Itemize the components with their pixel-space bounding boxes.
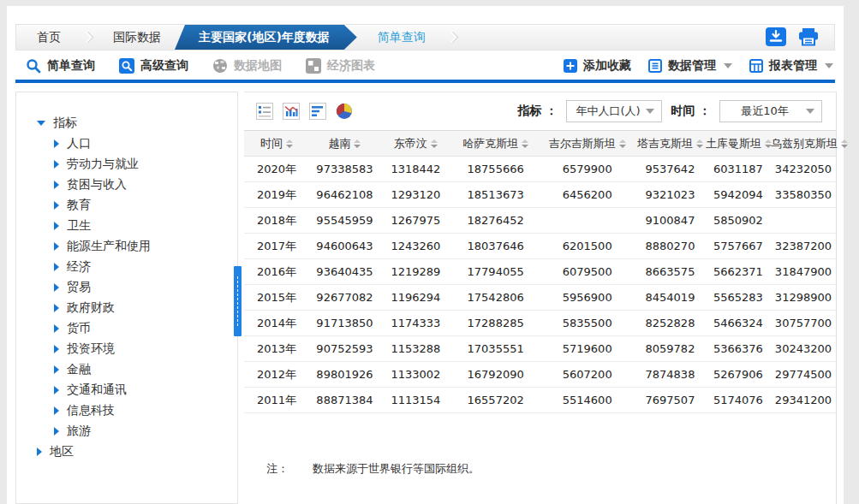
chevron-down-icon xyxy=(724,63,732,68)
sidebar-scrollbar-thumb[interactable] xyxy=(234,266,242,336)
table-cell: 5267906 xyxy=(706,362,771,388)
tree-item-人口[interactable]: 人口 xyxy=(37,133,237,154)
sort-icon[interactable] xyxy=(431,139,438,148)
table-cell: 16792090 xyxy=(451,362,540,388)
tree-item-label: 货币 xyxy=(67,321,91,336)
tree-item-信息科技[interactable]: 信息科技 xyxy=(37,400,237,421)
printer-icon[interactable] xyxy=(797,27,820,46)
toolbar-underline xyxy=(15,80,835,83)
sort-icon[interactable] xyxy=(522,139,528,148)
note-text: 数据来源于世界银行等国际组织。 xyxy=(313,461,480,477)
advanced-search-icon xyxy=(119,58,134,74)
tree-item-投资环境[interactable]: 投资环境 xyxy=(37,339,237,359)
column-chart-view-icon[interactable] xyxy=(283,103,300,120)
table-cell: 1113154 xyxy=(380,388,451,413)
search-icon xyxy=(26,58,41,74)
table-cell: 31847900 xyxy=(771,259,836,285)
column-header-4[interactable]: 哈萨克斯坦 xyxy=(451,131,540,157)
table-cell: 18037646 xyxy=(451,234,540,259)
time-select[interactable]: 最近10年 xyxy=(719,100,822,122)
column-header-3[interactable]: 东帝汶 xyxy=(380,131,451,157)
column-header-2[interactable]: 越南 xyxy=(309,131,380,157)
table-cell: 8880270 xyxy=(635,234,706,259)
toolbar-right-item-3[interactable]: 报表管理 xyxy=(749,58,833,74)
table-cell: 5366376 xyxy=(706,336,771,362)
table-cell: 2011年 xyxy=(244,388,309,413)
tree-item-劳动力与就业[interactable]: 劳动力与就业 xyxy=(37,154,237,175)
column-header-1[interactable]: 时间 xyxy=(244,131,309,157)
breadcrumb-tab-4[interactable]: 简单查询 xyxy=(357,25,446,50)
tree-item-交通和通讯[interactable]: 交通和通讯 xyxy=(37,380,237,400)
toolbar-right-item-2[interactable]: 数据管理 xyxy=(648,58,732,74)
column-header-8[interactable]: 乌兹别克斯坦 xyxy=(771,131,836,157)
table-cell: 8454019 xyxy=(635,285,706,311)
tree-item-label: 能源生产和使用 xyxy=(67,239,151,254)
table-cell: 2020年 xyxy=(244,157,309,182)
indicator-select[interactable]: 年中人口(人) xyxy=(566,100,662,122)
triangle-right-icon xyxy=(54,181,59,189)
tree-item-教育[interactable]: 教育 xyxy=(37,195,237,216)
table-cell: 5607200 xyxy=(540,362,635,388)
tree-item-能源生产和使用[interactable]: 能源生产和使用 xyxy=(37,236,237,257)
table-cell: 9321023 xyxy=(635,182,706,208)
table-cell: 1219289 xyxy=(380,259,451,285)
bar-chart-view-icon[interactable] xyxy=(309,103,326,120)
breadcrumb-tab-1[interactable]: 首页 xyxy=(16,25,81,50)
triangle-right-icon xyxy=(54,139,59,148)
sort-icon[interactable] xyxy=(354,139,361,148)
table-cell: 93640435 xyxy=(309,259,380,285)
table-cell: 1293120 xyxy=(380,182,451,208)
controls-row: 指标 ： 年中人口(人) 时间 ： 最近10年 xyxy=(244,92,836,130)
tree-item-卫生[interactable]: 卫生 xyxy=(37,216,237,236)
tree-item-政府财政[interactable]: 政府财政 xyxy=(37,298,237,318)
table-cell: 9537642 xyxy=(635,157,706,182)
sort-icon[interactable] xyxy=(619,139,626,148)
column-header-5[interactable]: 吉尔吉斯斯坦 xyxy=(540,131,635,157)
list-view-icon[interactable] xyxy=(256,103,273,120)
data-manage-icon xyxy=(648,59,662,73)
tree-item-金融[interactable]: 金融 xyxy=(37,359,237,380)
table-cell: 30757700 xyxy=(771,311,836,336)
sort-icon[interactable] xyxy=(286,139,293,148)
tree-item-贸易[interactable]: 贸易 xyxy=(37,277,237,298)
download-icon[interactable] xyxy=(766,27,786,46)
pie-chart-view-icon[interactable] xyxy=(336,103,353,120)
tree-item-label: 人口 xyxy=(67,136,91,151)
column-header-7[interactable]: 土库曼斯坦 xyxy=(706,131,771,157)
tree-section-指标[interactable]: 指标 xyxy=(37,113,237,133)
table-cell: 29774500 xyxy=(771,362,836,388)
breadcrumb-tab-3[interactable]: 主要国家(地区)年度数据 xyxy=(175,25,357,50)
table-cell: 5565283 xyxy=(706,285,771,311)
table-row: 2018年95545959126797518276452910084758509… xyxy=(244,208,836,234)
column-header-6[interactable]: 塔吉克斯坦 xyxy=(635,131,706,157)
column-header-label: 乌兹别克斯坦 xyxy=(771,137,838,150)
table-row: 2017年94600643124326018037646620150088802… xyxy=(244,234,836,259)
table-cell: 1318442 xyxy=(380,157,451,182)
table-cell: 97338583 xyxy=(309,157,380,182)
triangle-right-icon xyxy=(54,345,59,353)
chevron-down-icon xyxy=(646,109,654,114)
tree-section-地区[interactable]: 地区 xyxy=(37,442,237,462)
tree-item-贫困与收入[interactable]: 贫困与收入 xyxy=(37,175,237,195)
table-cell: 5757667 xyxy=(706,234,771,259)
filters: 指标 ： 年中人口(人) 时间 ： 最近10年 xyxy=(517,100,824,122)
tree-item-经济[interactable]: 经济 xyxy=(37,257,237,277)
table-cell: 90752593 xyxy=(309,336,380,362)
toolbar-left-item-1[interactable]: 简单查询 xyxy=(26,58,95,74)
table-cell: 5466324 xyxy=(706,311,771,336)
breadcrumb: 首页国际数据主要国家(地区)年度数据简单查询 xyxy=(15,24,835,50)
tree-item-旅游[interactable]: 旅游 xyxy=(37,421,237,442)
table-cell: 34232050 xyxy=(771,157,836,182)
sort-icon[interactable] xyxy=(841,139,848,148)
table-cell: 2019年 xyxy=(244,182,309,208)
breadcrumb-tab-2[interactable]: 国际数据 xyxy=(92,25,182,50)
table-cell: 29341200 xyxy=(771,388,836,413)
toolbar-left-item-2[interactable]: 高级查询 xyxy=(119,58,188,74)
toolbar-right-item-1[interactable]: 添加收藏 xyxy=(564,58,631,74)
sort-icon[interactable] xyxy=(696,139,703,148)
table-cell: 30243200 xyxy=(771,336,836,362)
table-row: 2015年92677082119629417542806595690084540… xyxy=(244,285,836,311)
table-cell: 8059782 xyxy=(635,336,706,362)
tree-item-货币[interactable]: 货币 xyxy=(37,318,237,339)
top-actions xyxy=(766,27,820,46)
